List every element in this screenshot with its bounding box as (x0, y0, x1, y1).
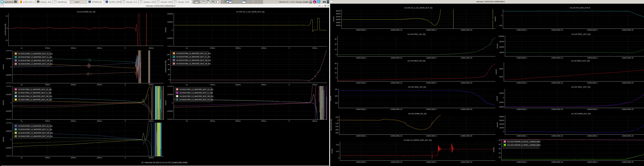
svg-text:-200000: -200000 (167, 46, 173, 48)
svg-text:counts: counts (496, 44, 498, 49)
svg-text:counts (x1e+06): counts (x1e+06) (164, 61, 166, 73)
svg-text:-40000: -40000 (499, 106, 504, 108)
svg-text:100000: 100000 (167, 93, 173, 95)
svg-text:-200: -200 (335, 125, 338, 127)
svg-text:1446412891.15: 1446412891.15 (551, 57, 563, 59)
svg-text:50: 50 (499, 143, 500, 145)
svg-text:0: 0 (169, 79, 170, 81)
svg-text:40: 40 (168, 69, 170, 71)
svg-text:250ms: 250ms (149, 120, 154, 122)
svg-text:0: 0 (503, 130, 504, 132)
svg-text:0: 0 (125, 47, 126, 49)
svg-text:-750ms: -750ms (210, 84, 215, 86)
svg-text:counts: counts (2, 137, 4, 142)
svg-text:40: 40 (499, 148, 500, 150)
svg-text:counts: counts (496, 122, 498, 127)
svg-text:1446412891.15: 1446412891.15 (551, 82, 563, 84)
svg-text:250ms: 250ms (312, 84, 317, 86)
svg-text:30: 30 (499, 152, 500, 154)
svg-text:1446412891.1: 1446412891.1 (356, 108, 366, 110)
svg-text:t0 = Wed Nov 05 2025 21:21:13: t0 = Wed Nov 05 2025 21:21:13 UTC [14464… (142, 161, 187, 163)
svg-text:H1:SUS-ITMY_L2_MASTER_OUT_UR_D: H1:SUS-ITMY_L2_MASTER_OUT_UR_DQ (180, 95, 214, 97)
svg-text:100000: 100000 (167, 21, 173, 23)
svg-text:counts: counts (2, 100, 4, 105)
svg-text:58000: 58000 (336, 22, 341, 24)
svg-text:1446412891.2: 1446412891.2 (587, 135, 598, 137)
svg-text:-500ms: -500ms (70, 84, 76, 86)
svg-text:-100: -100 (335, 122, 338, 124)
svg-text:-20000: -20000 (499, 101, 504, 103)
svg-text:0: 0 (289, 47, 290, 49)
svg-text:80000: 80000 (500, 116, 504, 118)
svg-text:1446412891.1: 1446412891.1 (516, 29, 527, 31)
svg-text:H1:ASC-AS_A_DC_NSUM_OUT_DQ: H1:ASC-AS_A_DC_NSUM_OUT_DQ (404, 7, 432, 9)
svg-text:-100: -100 (499, 25, 502, 27)
svg-text:1446412891.1: 1446412891.1 (516, 135, 527, 137)
svg-text:H1:SUS-ETMX_L3_MASTER_OUT_UR_D: H1:SUS-ETMX_L3_MASTER_OUT_UR_DQ (176, 59, 211, 61)
svg-text:-500ms: -500ms (235, 84, 241, 86)
svg-text:200000: 200000 (6, 50, 12, 52)
svg-text:H1:LSC-MICH_OUT_DQ: H1:LSC-MICH_OUT_DQ (571, 60, 590, 62)
svg-text:H1:SUS-ETMY_L2_MASTER_OUT_LR_D: H1:SUS-ETMY_L2_MASTER_OUT_LR_DQ (18, 135, 52, 137)
svg-text:-200000: -200000 (5, 118, 12, 120)
svg-text:-1s: -1s (20, 120, 23, 122)
svg-text:-400: -400 (335, 132, 338, 134)
svg-text:-250ms: -250ms (261, 120, 266, 122)
svg-text:62000: 62000 (336, 16, 341, 18)
svg-text:-500ms: -500ms (235, 47, 241, 49)
svg-text:20000: 20000 (500, 127, 504, 129)
svg-text:1446412891.2: 1446412891.2 (587, 161, 598, 163)
svg-text:100000: 100000 (6, 130, 12, 132)
svg-text:66000: 66000 (336, 10, 341, 12)
svg-text:1446412891.15: 1446412891.15 (551, 108, 563, 110)
svg-text:20: 20 (168, 74, 170, 76)
svg-text:0: 0 (172, 29, 173, 31)
svg-text:1446412891.2: 1446412891.2 (587, 108, 598, 110)
svg-text:H1:SUS-ETMX_L2_MASTER_OUT_LL_D: H1:SUS-ETMX_L2_MASTER_OUT_LL_DQ (18, 56, 52, 58)
svg-text:250ms: 250ms (149, 47, 154, 49)
svg-text:0.02: 0.02 (336, 144, 339, 146)
svg-text:counts (x1e-09): counts (x1e-09) (4, 24, 6, 35)
svg-text:counts: counts (332, 16, 334, 22)
svg-text:1446412891.2: 1446412891.2 (587, 29, 598, 31)
svg-text:1446412891.2: 1446412891.2 (426, 108, 437, 110)
svg-text:counts: counts (493, 147, 494, 152)
svg-text:1446412891.15: 1446412891.15 (551, 29, 563, 31)
svg-text:56000: 56000 (336, 24, 341, 26)
svg-text:-200000: -200000 (5, 155, 12, 157)
svg-text:1446412891.25: 1446412891.25 (622, 108, 634, 110)
svg-text:1446412891.2: 1446412891.2 (426, 57, 437, 59)
svg-text:1446412891.2: 1446412891.2 (426, 161, 437, 163)
svg-text:-250ms: -250ms (261, 84, 266, 86)
svg-text:1446412891.25: 1446412891.25 (622, 161, 634, 163)
svg-text:0: 0 (338, 119, 338, 121)
svg-text:80: 80 (168, 59, 170, 61)
svg-text:0: 0 (125, 157, 126, 159)
svg-text:counts: counts (330, 44, 330, 49)
svg-text:0.01: 0.01 (336, 150, 339, 152)
svg-text:1446412891.15: 1446412891.15 (390, 82, 402, 84)
svg-text:H1:LSC-DARM_OUT_DQ: H1:LSC-DARM_OUT_DQ (571, 113, 591, 115)
svg-text:-100000: -100000 (5, 147, 12, 149)
svg-text:-250ms: -250ms (96, 157, 102, 159)
svg-text:-500ms: -500ms (70, 157, 76, 159)
svg-text:H1:SUS-ITMY_L2_MASTER_OUT_LR_D: H1:SUS-ITMY_L2_MASTER_OUT_LR_DQ (180, 99, 213, 101)
svg-text:1446412891.1: 1446412891.1 (356, 82, 366, 84)
svg-text:1446412891.25: 1446412891.25 (460, 29, 472, 31)
svg-text:1446412891.25: 1446412891.25 (460, 135, 472, 137)
svg-text:300: 300 (335, 95, 338, 97)
svg-text:-250ms: -250ms (96, 84, 102, 86)
svg-text:0: 0 (336, 54, 337, 56)
svg-text:-750ms: -750ms (210, 47, 215, 49)
svg-text:-100000: -100000 (5, 110, 12, 112)
svg-text:1446412891.1: 1446412891.1 (356, 29, 366, 31)
svg-text:-100000: -100000 (5, 74, 12, 76)
svg-text:1446412891.1: 1446412891.1 (516, 82, 527, 84)
svg-text:10: 10 (6, 15, 8, 17)
svg-text:H1:LSC-PRCL_OUT_DQ: H1:LSC-PRCL_OUT_DQ (572, 33, 590, 35)
svg-text:-750ms: -750ms (44, 157, 50, 159)
svg-text:1446412891.25: 1446412891.25 (460, 108, 472, 110)
svg-text:-1s: -1s (20, 84, 23, 86)
svg-text:H1:LSC-PRCL_IN1_DQ: H1:LSC-PRCL_IN1_DQ (408, 33, 426, 35)
svg-text:100: 100 (167, 54, 170, 56)
